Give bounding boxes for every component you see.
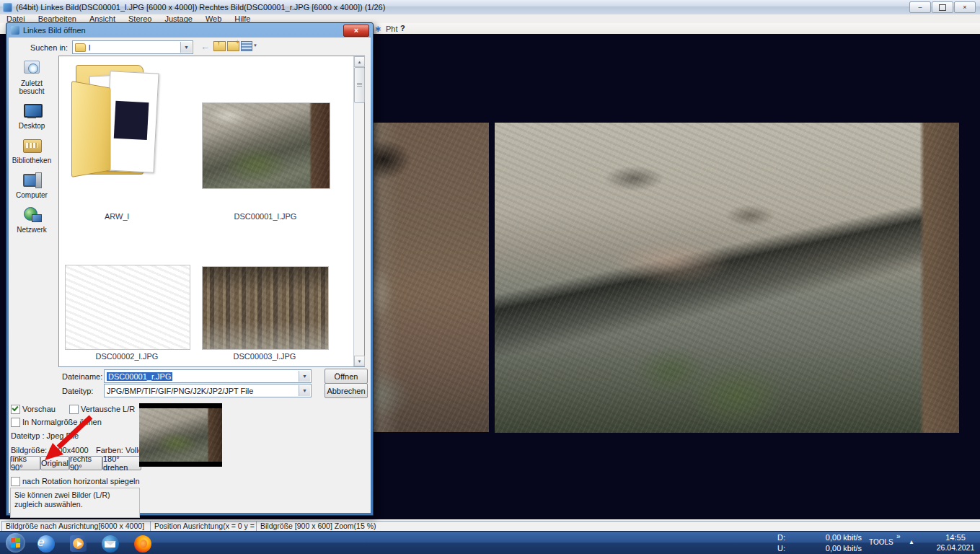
file-item-thumb3-label[interactable]: DSC00003_l.JPG: [202, 352, 327, 361]
place-desktop-label: Desktop: [9, 122, 55, 130]
right-stereo-image[interactable]: [495, 123, 959, 433]
internet-explorer-icon[interactable]: e: [37, 535, 55, 553]
scroll-up-icon[interactable]: ▲: [354, 56, 365, 67]
filetype-label: Dateityp:: [62, 387, 93, 395]
rotate-180-button[interactable]: 180° drehen: [102, 456, 141, 470]
cancel-button-label: Abbrechen: [327, 387, 365, 395]
places-bar: Zuletzt besucht Desktop Bibliotheken Com…: [9, 59, 56, 240]
restore-button[interactable]: [932, 1, 953, 13]
open-left-image-dialog: Linkes Bild öffnen × Suchen in: l ▼ ← ↑ …: [6, 22, 374, 516]
filetype-value: JPG/BMP/TIF/GIF/PNG/J2K/JP2/JPT File: [107, 387, 253, 395]
window-controls: – ×: [909, 1, 976, 13]
computer-icon: [21, 171, 43, 190]
up-folder-icon[interactable]: ↑: [213, 41, 226, 51]
filename-dropdown-icon[interactable]: ▼: [299, 371, 310, 382]
desktop: (64bit) Linkes Bild(DSC00001_l.JPG [6000…: [0, 0, 980, 554]
show-hidden-icons-button[interactable]: ▲: [909, 539, 914, 545]
start-flag-green: [16, 538, 20, 543]
red-arrow-annotation: [35, 410, 101, 475]
filetype-combo[interactable]: JPG/BMP/TIF/GIF/PNG/J2K/JP2/JPT File ▼: [104, 384, 312, 397]
close-button[interactable]: ×: [954, 1, 976, 13]
mirror-checkbox-label[interactable]: nach Rotation horizontal spiegeln: [22, 477, 140, 485]
look-in-combo[interactable]: l ▼: [72, 40, 193, 54]
thumb2-texture: [66, 265, 190, 349]
file-list: ARW_l DSC00001_l.JPG DSC00002_l.JPG DSC0…: [58, 56, 365, 367]
dialog-close-glyph: ×: [354, 27, 358, 35]
main-titlebar: (64bit) Linkes Bild(DSC00001_l.JPG [6000…: [0, 0, 980, 15]
folder-doc2: [105, 71, 159, 172]
preview-texture: [139, 408, 222, 462]
thunderbird-icon[interactable]: [102, 535, 119, 553]
rotate-180-label: 180° drehen: [103, 454, 141, 472]
look-in-label: Suchen in:: [23, 43, 68, 52]
dialog-body: Suchen in: l ▼ ← ↑ ✶ ▼ Zuletzt besucht D…: [9, 38, 371, 513]
look-in-value: l: [89, 43, 90, 52]
firefox-icon[interactable]: [134, 535, 151, 553]
start-flag-red: [11, 538, 15, 543]
place-libraries-label: Bibliotheken: [9, 157, 55, 164]
clock-date: 26.04.2021: [935, 543, 976, 552]
close-glyph: ×: [963, 4, 966, 11]
clock-time: 14:55: [935, 533, 976, 542]
pht-tool-icon[interactable]: ∗: [374, 24, 381, 34]
clock[interactable]: 14:55 26.04.2021: [935, 533, 976, 552]
help-tool[interactable]: ?: [400, 24, 405, 32]
media-player-icon[interactable]: [70, 535, 87, 552]
file-item-thumb1-label[interactable]: DSC00001_l.JPG: [202, 212, 329, 221]
recent-places-icon: [21, 59, 43, 78]
file-item-folder[interactable]: [70, 59, 164, 193]
place-libraries[interactable]: Bibliotheken: [9, 136, 55, 164]
left-image-texture: [361, 123, 489, 432]
filename-combo[interactable]: DSC00001_r.JPG ▼: [104, 369, 312, 383]
note-box: Sie können zwei Bilder (L/R) zugleich au…: [10, 488, 140, 518]
libraries-icon: [21, 136, 43, 155]
dialog-close-button[interactable]: ×: [343, 25, 369, 37]
look-in-dropdown-icon[interactable]: ▼: [180, 42, 192, 53]
filetype-dropdown-icon[interactable]: ▼: [299, 385, 310, 396]
file-item-thumb1[interactable]: [202, 102, 330, 189]
tray-tools-label[interactable]: TOOLS: [869, 538, 893, 546]
pht-tool-label[interactable]: Pht: [386, 25, 398, 33]
start-flag-blue: [11, 543, 15, 548]
scrollbar-grip: [357, 83, 362, 84]
new-folder-icon[interactable]: ✶: [227, 41, 239, 51]
place-desktop[interactable]: Desktop: [9, 102, 55, 130]
preview-checkbox[interactable]: [11, 405, 20, 414]
place-computer-label: Computer: [9, 191, 55, 199]
file-item-thumb3[interactable]: [202, 266, 329, 350]
tray-download-label: D:: [777, 533, 785, 542]
tray-overflow-chevron[interactable]: »: [896, 532, 901, 540]
taskbar: e 3D D: 0,00 kbit/s U: 0,00 kbit/s TOOLS…: [0, 531, 980, 554]
start-flag-yellow: [16, 543, 20, 548]
preview-pane: [139, 403, 222, 467]
open-button-label: Öffnen: [335, 372, 358, 381]
thumb3-texture: [203, 267, 328, 349]
tray-upload-value: 0,00 kbit/s: [815, 544, 862, 553]
folder-front: [71, 81, 110, 177]
views-icon[interactable]: [241, 41, 252, 51]
scroll-down-icon[interactable]: ▼: [354, 356, 365, 366]
normal-size-checkbox[interactable]: [11, 418, 20, 427]
filename-value: DSC00001_r.JPG: [107, 372, 172, 381]
file-item-thumb2[interactable]: [65, 265, 190, 350]
file-item-folder-label[interactable]: ARW_l: [70, 212, 164, 221]
left-stereo-image[interactable]: [361, 123, 489, 432]
tray-download-value: 0,00 kbit/s: [815, 533, 862, 542]
views-caret-icon[interactable]: ▼: [253, 43, 257, 48]
file-item-thumb2-label[interactable]: DSC00002_l.JPG: [65, 352, 189, 361]
cancel-button[interactable]: Abbrechen: [325, 383, 368, 398]
app-icon: [3, 3, 12, 12]
dialog-titlebar[interactable]: Linkes Bild öffnen ×: [6, 23, 373, 38]
place-network[interactable]: Netzwerk: [9, 206, 55, 234]
scrollbar-thumb[interactable]: [354, 67, 365, 103]
place-computer[interactable]: Computer: [9, 171, 55, 199]
minimize-button[interactable]: –: [909, 1, 931, 13]
start-button[interactable]: [6, 533, 25, 553]
preview-checkmark: [12, 405, 18, 411]
back-icon[interactable]: ←: [200, 41, 210, 52]
file-list-scrollbar[interactable]: ▲ ▼: [353, 56, 364, 366]
open-button[interactable]: Öffnen: [325, 369, 368, 384]
mirror-checkbox[interactable]: [11, 477, 20, 486]
place-recent[interactable]: Zuletzt besucht: [9, 59, 55, 95]
right-image-texture: [495, 123, 959, 433]
